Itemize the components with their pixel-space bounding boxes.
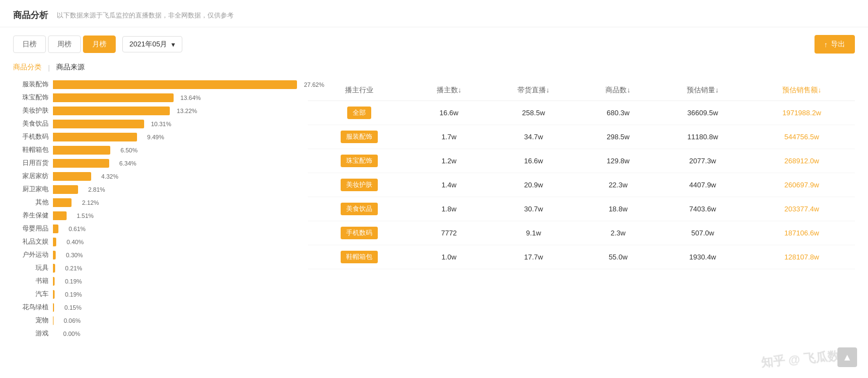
cell-sales: 7403.6w [657, 197, 748, 221]
bar-track: 2.12% [53, 198, 297, 207]
bar-percentage: 0.21% [65, 264, 82, 273]
bar-track: 0.30% [53, 251, 297, 259]
page-subtitle: 以下数据来源于飞瓜监控的直播数据，非全网数据，仅供参考 [57, 11, 234, 20]
table-header-products[interactable]: 商品数↓ [579, 80, 657, 101]
cell-live: 258.5w [487, 101, 579, 125]
cell-revenue: 128107.8w [748, 245, 855, 269]
bar-fill: 4.32% [53, 172, 91, 181]
bar-fill: 0.19% [53, 277, 55, 286]
bar-percentage: 4.32% [102, 172, 118, 181]
bar-percentage: 0.61% [69, 225, 86, 233]
bar-fill: 9.49% [53, 133, 137, 141]
cell-anchors: 7772 [411, 221, 488, 245]
main-content: 服装配饰 27.62% 珠宝配饰 13.64% 美妆护肤 13.22% 美食饮品… [0, 80, 868, 353]
bar-percentage: 2.12% [82, 198, 99, 207]
bar-item: 日用百货 6.34% [13, 158, 297, 168]
cell-revenue: 1971988.2w [748, 101, 855, 125]
bar-track: 0.19% [53, 277, 297, 286]
bar-fill: 0.21% [53, 264, 55, 273]
cell-live: 16.6w [487, 149, 579, 173]
bar-item: 家居家纺 4.32% [13, 172, 297, 181]
cat-tab-classification[interactable]: 商品分类 [13, 61, 41, 73]
bar-track: 0.06% [53, 316, 297, 325]
bar-label: 其他 [13, 198, 49, 207]
bar-percentage: 6.50% [121, 146, 138, 155]
cell-anchors: 1.7w [411, 125, 488, 149]
bar-item: 服装配饰 27.62% [13, 80, 297, 89]
cell-revenue: 187106.6w [748, 221, 855, 245]
bar-label: 美妆护肤 [13, 106, 49, 115]
bar-item: 美妆护肤 13.22% [13, 106, 297, 115]
bar-track: 6.50% [53, 146, 297, 155]
table-row: 珠宝配饰1.2w16.6w129.8w2077.3w268912.0w [308, 149, 855, 173]
cell-products: 680.3w [579, 101, 657, 125]
bar-item: 珠宝配饰 13.64% [13, 93, 297, 102]
export-label: 导出 [831, 39, 845, 49]
cell-products: 18.8w [579, 197, 657, 221]
table-header-sales[interactable]: 预估销量↓ [657, 80, 748, 101]
bar-fill: 6.34% [53, 159, 109, 168]
cat-tab-source[interactable]: 商品来源 [56, 61, 85, 73]
bar-item: 书籍 0.19% [13, 276, 297, 286]
bar-percentage: 0.19% [65, 277, 82, 286]
cell-anchors: 1.4w [411, 173, 488, 197]
bar-track: 0.40% [53, 238, 297, 246]
bar-item: 宠物 0.06% [13, 316, 297, 325]
cell-anchors: 1.2w [411, 149, 488, 173]
export-icon: ↑ [824, 40, 828, 49]
table-row: 服装配饰1.7w34.7w298.5w11180.8w544756.5w [308, 125, 855, 149]
bar-track: 0.00% [53, 329, 297, 338]
bar-label: 养生保健 [13, 211, 49, 220]
cell-products: 22.3w [579, 173, 657, 197]
cell-industry: 服装配饰 [308, 125, 411, 149]
bar-item: 礼品文娱 0.40% [13, 237, 297, 246]
scroll-to-top-button[interactable]: ▲ [837, 347, 857, 353]
cell-revenue: 544756.5w [748, 125, 855, 149]
cell-live: 20.9w [487, 173, 579, 197]
cell-sales: 2077.3w [657, 149, 748, 173]
bar-label: 服装配饰 [13, 80, 49, 89]
toolbar: 日榜 周榜 月榜 2021年05月 ▾ ↑ 导出 [0, 27, 868, 61]
bar-label: 厨卫家电 [13, 185, 49, 194]
cell-revenue: 260697.9w [748, 173, 855, 197]
bar-percentage: 13.64% [181, 93, 201, 102]
bar-fill: 2.12% [53, 198, 72, 207]
cell-products: 55.0w [579, 245, 657, 269]
industry-tag: 珠宝配饰 [341, 155, 378, 167]
cell-sales: 1930.4w [657, 245, 748, 269]
bar-item: 厨卫家电 2.81% [13, 185, 297, 194]
table-header-revenue[interactable]: 预估销售额↓ [748, 80, 855, 101]
bar-fill: 0.06% [53, 316, 53, 325]
table-header-anchors[interactable]: 播主数↓ [411, 80, 488, 101]
tab-daily[interactable]: 日榜 [13, 36, 46, 53]
bar-percentage: 0.40% [67, 238, 84, 246]
bar-track: 13.22% [53, 107, 297, 115]
bar-label: 游戏 [13, 329, 49, 338]
bar-item: 手机数码 9.49% [13, 132, 297, 141]
bar-track: 2.81% [53, 185, 297, 194]
cell-live: 34.7w [487, 125, 579, 149]
tab-monthly[interactable]: 月榜 [83, 36, 116, 53]
tab-weekly[interactable]: 周榜 [48, 36, 81, 53]
cell-industry: 美食饮品 [308, 197, 411, 221]
date-value: 2021年05月 [129, 39, 167, 49]
cell-industry: 美妆护肤 [308, 173, 411, 197]
bar-fill: 13.22% [53, 107, 170, 115]
industry-tag: 美食饮品 [341, 203, 378, 215]
bar-label: 花鸟绿植 [13, 303, 49, 312]
bar-percentage: 0.15% [64, 303, 81, 312]
cell-sales: 11180.8w [657, 125, 748, 149]
table-header-live[interactable]: 带货直播↓ [487, 80, 579, 101]
cell-products: 298.5w [579, 125, 657, 149]
cell-anchors: 1.8w [411, 197, 488, 221]
cell-sales: 36609.5w [657, 101, 748, 125]
category-tabs: 商品分类 | 商品来源 [0, 61, 868, 80]
cell-industry: 珠宝配饰 [308, 149, 411, 173]
date-picker[interactable]: 2021年05月 ▾ [122, 36, 182, 52]
industry-table: 播主行业播主数↓带货直播↓商品数↓预估销量↓预估销售额↓全部16.6w258.5… [308, 80, 855, 269]
bar-label: 美食饮品 [13, 119, 49, 128]
export-button[interactable]: ↑ 导出 [815, 35, 855, 54]
bar-item: 花鸟绿植 0.15% [13, 303, 297, 312]
bar-item: 游戏 0.00% [13, 329, 297, 338]
bar-percentage: 6.34% [120, 159, 136, 168]
